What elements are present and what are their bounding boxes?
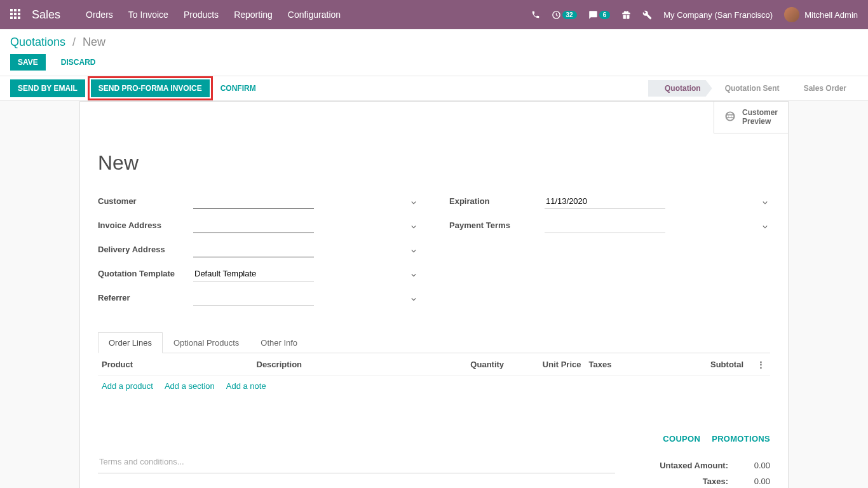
- breadcrumb-root[interactable]: Quotations: [10, 36, 65, 48]
- nav-orders[interactable]: Orders: [86, 10, 113, 20]
- add-note-link[interactable]: Add a note: [226, 381, 266, 391]
- label-referrer: Referrer: [98, 293, 193, 302]
- phone-icon[interactable]: [531, 10, 540, 19]
- label-customer: Customer: [98, 196, 193, 206]
- app-brand[interactable]: Sales: [32, 8, 60, 22]
- discard-button[interactable]: Discard: [53, 54, 104, 71]
- chevron-down-icon: [411, 198, 416, 207]
- add-section-link[interactable]: Add a section: [165, 381, 215, 391]
- tabs: Order Lines Optional Products Other Info: [98, 332, 770, 353]
- globe-icon: [724, 111, 736, 124]
- tab-other-info[interactable]: Other Info: [250, 332, 308, 353]
- add-line-row: Add a product Add a section Add a note: [98, 376, 770, 396]
- preview-line2: Preview: [742, 117, 778, 126]
- gift-icon[interactable]: [621, 10, 631, 20]
- col-subtotal: Subtotal: [651, 360, 755, 369]
- control-bar: Quotations / New Save Discard: [0, 29, 868, 76]
- svg-rect-0: [10, 9, 13, 11]
- col-product: Product: [102, 360, 257, 369]
- customer-preview-button[interactable]: Customer Preview: [714, 102, 788, 133]
- taxes-label: Taxes:: [630, 477, 740, 486]
- chat-badge: 6: [599, 11, 611, 19]
- order-lines-header: Product Description Quantity Unit Price …: [98, 353, 770, 376]
- svg-rect-7: [14, 17, 17, 19]
- user-name: Mitchell Admin: [804, 10, 858, 20]
- activity-badge: 32: [562, 11, 577, 19]
- preview-line1: Customer: [742, 108, 778, 117]
- delivery-address-field[interactable]: [193, 242, 314, 257]
- label-quotation-template: Quotation Template: [98, 269, 193, 278]
- chevron-down-icon: [411, 222, 416, 231]
- svg-rect-3: [10, 13, 13, 15]
- status-bar: Send by Email Send PRO-FORMA Invoice Con…: [0, 76, 868, 101]
- user-menu[interactable]: Mitchell Admin: [784, 7, 858, 22]
- col-description: Description: [257, 360, 427, 369]
- chevron-down-icon: [411, 294, 416, 304]
- referrer-field[interactable]: [193, 290, 314, 306]
- send-email-button[interactable]: Send by Email: [10, 79, 85, 97]
- customer-field[interactable]: [193, 194, 314, 209]
- svg-rect-6: [10, 17, 13, 19]
- chevron-down-icon: [763, 222, 768, 231]
- label-invoice-address: Invoice Address: [98, 220, 193, 230]
- nav-products[interactable]: Products: [184, 10, 219, 20]
- coupon-link[interactable]: COUPON: [663, 434, 700, 444]
- svg-rect-8: [18, 17, 20, 19]
- label-delivery-address: Delivery Address: [98, 245, 193, 254]
- breadcrumb-current: New: [83, 36, 105, 48]
- page-title: New: [98, 151, 770, 175]
- activity-icon[interactable]: 32: [552, 10, 577, 20]
- chevron-down-icon: [763, 198, 768, 207]
- breadcrumb: Quotations / New: [10, 36, 858, 49]
- form-sheet: Customer Preview New Customer Invoice Ad…: [79, 101, 789, 488]
- svg-rect-5: [18, 13, 20, 15]
- svg-rect-1: [14, 9, 17, 11]
- untaxed-amount-value: 0.00: [740, 461, 770, 470]
- confirm-button[interactable]: Confirm: [213, 79, 264, 97]
- untaxed-amount-label: Untaxed Amount:: [630, 461, 740, 470]
- send-proforma-button[interactable]: Send PRO-FORMA Invoice: [91, 79, 210, 97]
- col-unit-price: Unit Price: [519, 360, 581, 369]
- chevron-down-icon: [411, 270, 416, 280]
- label-expiration: Expiration: [449, 196, 545, 206]
- top-navbar: Sales Orders To Invoice Products Reporti…: [0, 0, 868, 29]
- col-taxes: Taxes: [581, 360, 651, 369]
- tab-order-lines[interactable]: Order Lines: [98, 332, 163, 353]
- quotation-template-field[interactable]: [193, 266, 314, 281]
- apps-icon[interactable]: [10, 9, 20, 21]
- col-quantity: Quantity: [426, 360, 519, 369]
- svg-rect-2: [18, 9, 20, 11]
- chevron-down-icon: [411, 246, 416, 255]
- taxes-value: 0.00: [740, 477, 770, 486]
- status-steps: Quotation Quotation Sent Sales Order: [648, 80, 858, 97]
- label-payment-terms: Payment Terms: [449, 220, 545, 230]
- send-proforma-highlight: Send PRO-FORMA Invoice: [88, 76, 213, 100]
- chat-icon[interactable]: 6: [588, 10, 611, 20]
- tab-optional-products[interactable]: Optional Products: [163, 332, 250, 353]
- nav-reporting[interactable]: Reporting: [234, 10, 273, 20]
- promotions-link[interactable]: PROMOTIONS: [712, 434, 770, 444]
- payment-terms-field[interactable]: [545, 218, 665, 233]
- save-button[interactable]: Save: [10, 54, 46, 71]
- avatar: [784, 7, 799, 22]
- add-product-link[interactable]: Add a product: [102, 381, 153, 391]
- step-quotation-sent[interactable]: Quotation Sent: [709, 80, 791, 97]
- company-selector[interactable]: My Company (San Francisco): [663, 10, 773, 20]
- kebab-icon[interactable]: ⋮: [755, 360, 766, 369]
- nav-to-invoice[interactable]: To Invoice: [128, 10, 168, 20]
- expiration-field[interactable]: [545, 194, 665, 209]
- nav-configuration[interactable]: Configuration: [288, 10, 341, 20]
- step-quotation[interactable]: Quotation: [648, 80, 712, 97]
- tools-icon[interactable]: [642, 10, 652, 20]
- nav-menu: Orders To Invoice Products Reporting Con…: [86, 10, 341, 20]
- step-sales-order[interactable]: Sales Order: [787, 80, 858, 97]
- invoice-address-field[interactable]: [193, 218, 314, 233]
- terms-input[interactable]: Terms and conditions...: [98, 434, 615, 473]
- svg-rect-4: [14, 13, 17, 15]
